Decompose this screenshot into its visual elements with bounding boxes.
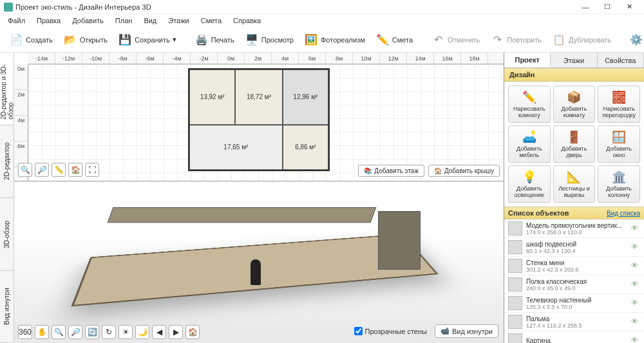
object-row[interactable]: шкаф подвесной60.1 x 42.3 x 130.4👁 — [504, 238, 644, 257]
transparent-walls-checkbox[interactable]: Прозрачные стены — [354, 327, 427, 335]
tool-card-3[interactable]: 🛋️Добавить мебель — [508, 125, 551, 163]
object-name: шкаф подвесной — [526, 241, 627, 248]
rotate-button[interactable]: 🔄 — [85, 325, 99, 339]
object-row[interactable]: Картина👁 — [504, 331, 644, 343]
visibility-icon[interactable]: 👁 — [631, 336, 640, 343]
settings-button[interactable]: ⚙️ — [625, 30, 644, 50]
menu-view[interactable]: Вид — [138, 15, 162, 26]
tool-label: Лестницы и вырезы — [555, 185, 594, 198]
close-button[interactable]: ✕ — [618, 1, 640, 14]
right-tabs: Проект Этажи Свойства — [504, 53, 644, 68]
object-dimensions: 60.1 x 42.3 x 130.4 — [526, 248, 627, 254]
tool-card-4[interactable]: 🚪Добавить дверь — [553, 125, 596, 163]
refresh-button[interactable]: ↻ — [102, 325, 116, 339]
object-dimensions: 174.0 x 258.0 x 110.0 — [526, 229, 627, 236]
object-row[interactable]: Пальма127.4 x 116.2 x 258.5👁 — [504, 313, 644, 331]
tab-properties[interactable]: Свойства — [598, 53, 644, 68]
add-floor-button[interactable]: 📚Добавить этаж — [358, 165, 424, 177]
tool-card-2[interactable]: 🧱Нарисовать перегородку — [598, 86, 640, 123]
tab-floors[interactable]: Этажи — [551, 53, 597, 68]
window-title: Проект эко-стиль - Дизайн Интерьера 3D — [15, 3, 151, 11]
estimate-button[interactable]: ✏️Смета — [372, 30, 417, 50]
menu-help[interactable]: Справка — [228, 15, 266, 26]
room-3[interactable]: 12,96 м² — [283, 70, 328, 125]
object-name: Стенка мини — [526, 259, 627, 266]
home-3d-button[interactable]: 🏠 — [185, 325, 200, 339]
tab-project[interactable]: Проект — [504, 53, 551, 68]
vtab-2d-3d[interactable]: 2D-редактор и 3D-обзор — [0, 53, 14, 125]
object-name: Картина — [526, 337, 627, 344]
visibility-icon[interactable]: 👁 — [631, 317, 640, 326]
room-2[interactable]: 18,72 м² — [235, 70, 282, 125]
2d-editor-pane[interactable]: -14м-12м-10м-8м-6м-4м-2м0м2м4м6м8м10м12м… — [14, 53, 504, 181]
zoom-in-3d-button[interactable]: 🔎 — [68, 325, 82, 339]
menu-estimate[interactable]: Смета — [196, 15, 227, 26]
vtab-3d[interactable]: 3D-обзор — [0, 198, 14, 271]
tool-card-8[interactable]: 🏛️Добавить колонну — [598, 165, 640, 203]
open-button[interactable]: 📂Открыть — [59, 30, 111, 50]
tool-icon: 💡 — [522, 170, 536, 184]
orbit-button[interactable]: 360 — [18, 325, 32, 339]
tool-card-7[interactable]: 📐Лестницы и вырезы — [553, 165, 596, 203]
print-button[interactable]: 🖨️Печать — [191, 30, 238, 50]
add-roof-button[interactable]: 🏠Добавить крышу — [428, 165, 500, 177]
create-button[interactable]: 📄Создать — [5, 30, 57, 50]
back-button[interactable]: ◀ — [152, 325, 166, 339]
objects-view-mode-link[interactable]: Вид списка — [607, 210, 640, 217]
visibility-icon[interactable]: 👁 — [631, 261, 640, 270]
object-dimensions: 125.3 x 5.5 x 70.0 — [526, 304, 627, 310]
vtab-inside[interactable]: Вид изнутри — [0, 270, 14, 343]
visibility-icon[interactable]: 👁 — [631, 243, 640, 252]
menu-file[interactable]: Файл — [3, 15, 30, 26]
object-thumbnail — [508, 296, 522, 310]
visibility-icon[interactable]: 👁 — [631, 280, 640, 289]
printer-icon: 🖨️ — [194, 33, 209, 47]
ruler-button[interactable]: 📏 — [52, 163, 66, 177]
object-row[interactable]: Полка классическая240.0 x 45.0 x 49.0👁 — [504, 275, 644, 294]
zoom-out-button[interactable]: 🔍 — [18, 163, 32, 177]
view-inside-button[interactable]: 📹Вид изнутри — [435, 324, 498, 338]
undo-button[interactable]: ↶Отменить — [427, 30, 484, 50]
maximize-button[interactable]: ☐ — [596, 1, 618, 14]
object-thumbnail — [508, 277, 522, 292]
redo-button[interactable]: ↷Повторить — [486, 30, 545, 50]
menu-plan[interactable]: План — [110, 15, 138, 26]
tool-icon: 📐 — [567, 170, 581, 184]
room-4[interactable]: 17,65 м² — [189, 125, 283, 170]
pan-button[interactable]: ✋ — [35, 325, 49, 339]
object-row[interactable]: Стенка мини301.2 x 42.3 x 202.6👁 — [504, 257, 644, 275]
titlebar: Проект эко-стиль - Дизайн Интерьера 3D —… — [0, 0, 644, 14]
tool-card-6[interactable]: 💡Добавить освещение — [508, 165, 551, 203]
tool-card-0[interactable]: ✏️Нарисовать комнату — [508, 86, 551, 123]
menu-floors[interactable]: Этажи — [163, 15, 194, 26]
object-list[interactable]: Модель прямоугольник вертик...174.0 x 25… — [504, 219, 644, 343]
menu-edit[interactable]: Правка — [32, 15, 66, 26]
3d-view-pane[interactable]: 360 ✋ 🔍 🔎 🔄 ↻ ☀ 🌙 ◀ ▶ 🏠 Прозрачные стены… — [14, 181, 504, 343]
home-button[interactable]: 🏠 — [68, 163, 82, 177]
light-button[interactable]: ☀ — [118, 325, 133, 339]
object-row[interactable]: Модель прямоугольник вертик...174.0 x 25… — [504, 219, 644, 238]
zoom-out-3d-button[interactable]: 🔍 — [52, 325, 66, 339]
room-5[interactable]: 6,86 м² — [283, 125, 328, 170]
menu-add[interactable]: Добавить — [67, 15, 109, 26]
floorplan[interactable]: 13,92 м² 18,72 м² 12,96 м² 17,65 м² 6,86… — [188, 68, 330, 171]
save-button[interactable]: 💾Сохранить▾ — [114, 30, 180, 50]
3d-render[interactable] — [46, 188, 471, 317]
zoom-in-button[interactable]: 🔎 — [35, 163, 49, 177]
duplicate-button[interactable]: 📋Дублировать — [548, 30, 615, 50]
dark-button[interactable]: 🌙 — [135, 325, 149, 339]
visibility-icon[interactable]: 👁 — [631, 224, 640, 233]
tool-card-1[interactable]: 📦Добавить комнату — [553, 86, 596, 123]
object-row[interactable]: Телевизор настенный125.3 x 5.5 x 70.0👁 — [504, 294, 644, 313]
fit-button[interactable]: ⛶ — [85, 163, 99, 177]
preview-button[interactable]: 🖥️Просмотр — [241, 30, 298, 50]
minimize-button[interactable]: — — [574, 1, 596, 14]
room-1[interactable]: 13,92 м² — [189, 70, 235, 125]
folder-icon: 📂 — [63, 33, 77, 47]
forward-button[interactable]: ▶ — [169, 325, 183, 339]
visibility-icon[interactable]: 👁 — [631, 299, 640, 308]
vtab-2d[interactable]: 2D-редактор — [0, 125, 14, 198]
tool-card-5[interactable]: 🪟Добавить окно — [598, 125, 640, 163]
photoreal-button[interactable]: 🖼️Фотореализм — [300, 30, 369, 50]
redo-icon: ↷ — [490, 33, 504, 47]
